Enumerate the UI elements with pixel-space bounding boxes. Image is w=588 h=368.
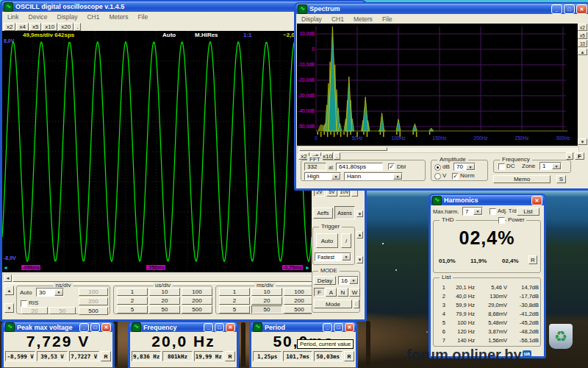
timebase-us-1[interactable]: 1 bbox=[117, 288, 148, 296]
timebase-ns-100[interactable]: 100 bbox=[79, 288, 108, 296]
recycle-bin-icon[interactable]: ♻ bbox=[549, 324, 573, 349]
menu-item-ch1[interactable]: CH1 bbox=[87, 13, 99, 21]
scroll-thumb[interactable] bbox=[12, 275, 313, 282]
memo-button[interactable]: Memo bbox=[493, 175, 551, 183]
dbl-checkbox[interactable]: ✓ bbox=[388, 163, 395, 170]
zoom-button-x20[interactable]: x20 bbox=[58, 23, 74, 31]
timebase-us-2[interactable]: 2 bbox=[117, 297, 148, 305]
timebase-us-5[interactable]: 5 bbox=[117, 305, 148, 314]
timebase-ms-5[interactable]: 5 bbox=[219, 305, 250, 314]
timebase-us-20[interactable]: 20 bbox=[149, 297, 180, 305]
timebase-ms-10[interactable]: 10 bbox=[251, 288, 282, 296]
menu-item-display[interactable]: Display bbox=[301, 15, 322, 23]
spinner-up-icon[interactable]: ▲ bbox=[4, 286, 14, 295]
delay-dropdown[interactable]: 16▼ bbox=[338, 276, 359, 285]
trigger-scroll-up-icon[interactable]: ▲ bbox=[356, 231, 363, 238]
adj-tdiv-checkbox[interactable] bbox=[490, 208, 496, 215]
spec-scroll-up-icon[interactable]: ▲ bbox=[578, 49, 587, 55]
timebase-ns-20[interactable]: 20 bbox=[21, 307, 48, 314]
spec-zoom-x2[interactable]: x2 bbox=[578, 24, 587, 31]
trigger-slope-button[interactable]: / bbox=[341, 233, 351, 248]
asens-button[interactable]: Asens bbox=[334, 206, 355, 219]
zoom-button-.[interactable]: . bbox=[74, 23, 81, 31]
mode-button-A[interactable]: A bbox=[326, 288, 337, 297]
s-button[interactable]: S bbox=[556, 175, 566, 183]
spinner-down-icon[interactable]: ▼ bbox=[4, 303, 14, 313]
mode-main-button[interactable]: Mode bbox=[314, 300, 352, 308]
close-button[interactable]: ✕ bbox=[345, 323, 354, 332]
power-checkbox[interactable] bbox=[498, 217, 505, 224]
spec-zoom-btn-.[interactable]: . bbox=[334, 152, 340, 160]
timebase-ms-20[interactable]: 20 bbox=[251, 297, 282, 305]
dropdown-arrow-icon[interactable]: ▼ bbox=[349, 277, 358, 284]
timebase-ms-500[interactable]: 500 bbox=[284, 305, 315, 314]
timebase-ms-100[interactable]: 100 bbox=[284, 288, 315, 296]
menu-item-ch1[interactable]: CH1 bbox=[331, 15, 344, 23]
db-radio[interactable] bbox=[434, 164, 441, 171]
zoom-button-x4[interactable]: x4 bbox=[16, 23, 28, 31]
meter-titlebar[interactable]: ∿Period_□✕ bbox=[251, 322, 356, 332]
meter-reset-button[interactable]: R bbox=[225, 351, 235, 361]
volts-radio[interactable] bbox=[434, 173, 441, 180]
spec-zoom-x5[interactable]: x5 bbox=[578, 32, 587, 39]
db-range-dropdown[interactable]: 70▼ bbox=[453, 163, 476, 171]
fft-size-field[interactable]: 332 bbox=[304, 163, 326, 171]
trigger-scroll-down-icon[interactable]: ▼ bbox=[356, 256, 363, 263]
fft-quality-dropdown[interactable]: High▼ bbox=[304, 172, 341, 180]
dropdown-arrow-icon[interactable]: ▼ bbox=[54, 289, 63, 296]
menu-item-meters[interactable]: Meters bbox=[354, 15, 373, 23]
timebase-ms-1[interactable]: 1 bbox=[219, 288, 250, 296]
spec-scroll-down-icon[interactable]: ▼ bbox=[578, 138, 587, 145]
timebase-ms-200[interactable]: 200 bbox=[284, 297, 315, 305]
spec-zoom-10[interactable]: 10 bbox=[578, 40, 587, 47]
timebase-ns-500[interactable]: 500 bbox=[79, 307, 108, 315]
mode-button-F[interactable]: F bbox=[314, 288, 325, 297]
timebase-us-200[interactable]: 200 bbox=[182, 297, 212, 305]
spectrum-titlebar[interactable]: ∿ Spectrum _ □ ✕ bbox=[295, 4, 588, 14]
norm-checkbox[interactable]: ✓ bbox=[452, 173, 459, 180]
meter-reset-button[interactable]: R bbox=[101, 351, 111, 361]
minimize-button[interactable]: _ bbox=[551, 4, 562, 14]
menu-item-file[interactable]: File bbox=[382, 15, 392, 23]
timebase-ms-50[interactable]: 50 bbox=[251, 305, 282, 314]
menu-item-display[interactable]: Display bbox=[57, 13, 78, 21]
trigger-speed-dropdown[interactable]: Fastest▼ bbox=[315, 252, 351, 261]
spec-arrow-button[interactable]: ▸ bbox=[566, 152, 573, 160]
meter-reset-button[interactable]: R bbox=[344, 351, 354, 361]
delay-button[interactable]: Delay bbox=[314, 276, 336, 285]
timebase-us-500[interactable]: 500 bbox=[182, 305, 212, 314]
fft-window-dropdown[interactable]: Hann▼ bbox=[344, 172, 403, 180]
maximize-button[interactable]: □ bbox=[564, 4, 575, 14]
max-harm-dropdown[interactable]: 7▼ bbox=[462, 207, 483, 216]
zoom-button-x10[interactable]: x10 bbox=[42, 23, 57, 31]
timebase-us-100[interactable]: 100 bbox=[182, 288, 212, 296]
mode-button-W[interactable]: W bbox=[349, 288, 360, 297]
timebase-us-10[interactable]: 10 bbox=[149, 288, 180, 296]
minimize-button[interactable]: _ bbox=[79, 323, 89, 332]
dropdown-arrow-icon[interactable]: ▼ bbox=[466, 163, 475, 170]
dropdown-arrow-icon[interactable]: ▼ bbox=[393, 173, 402, 180]
thd-reset-button[interactable]: R bbox=[528, 255, 537, 264]
mode-button-N[interactable]: N bbox=[337, 288, 348, 297]
close-button[interactable]: ✕ bbox=[576, 4, 587, 14]
list-button[interactable]: List bbox=[517, 208, 539, 216]
scroll-left-icon[interactable]: ◄ bbox=[4, 275, 12, 282]
maximize-button[interactable]: □ bbox=[334, 323, 343, 332]
meter-titlebar[interactable]: ∿Frequency_□✕ bbox=[129, 322, 237, 332]
dc-checkbox[interactable] bbox=[498, 163, 505, 170]
menu-item-device[interactable]: Device bbox=[29, 13, 48, 21]
menu-item-link[interactable]: Link bbox=[7, 13, 19, 21]
timebase-ns-200[interactable]: 200 bbox=[79, 297, 108, 305]
dropdown-arrow-icon[interactable]: ▼ bbox=[342, 253, 351, 261]
close-button[interactable]: ✕ bbox=[101, 323, 111, 332]
spec-f-button[interactable]: F bbox=[575, 152, 584, 160]
fft-rate-field[interactable]: 641,80sps bbox=[336, 163, 383, 171]
timebase-ns-50[interactable]: 50 bbox=[49, 307, 76, 314]
timebase-us-50[interactable]: 50 bbox=[149, 305, 180, 314]
a-scroll-down-icon[interactable]: ▼ bbox=[356, 210, 363, 217]
zoom-button-x5[interactable]: x5 bbox=[29, 23, 41, 31]
minimize-button[interactable]: _ bbox=[204, 323, 213, 332]
close-button[interactable]: ✕ bbox=[226, 323, 235, 332]
maximize-button[interactable]: □ bbox=[90, 323, 100, 332]
auto-count-dropdown[interactable]: 30▼ bbox=[36, 288, 64, 297]
